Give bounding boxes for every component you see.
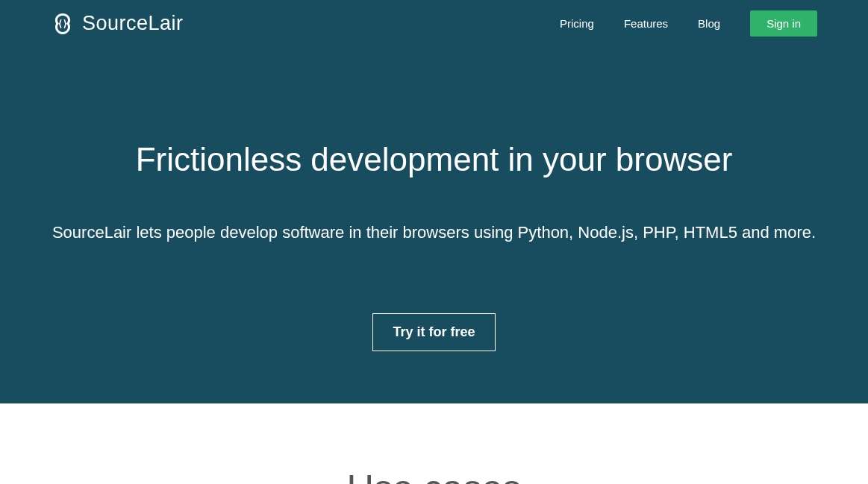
hero-title: Frictionless development in your browser xyxy=(0,141,868,178)
brand-logo-icon xyxy=(51,12,75,36)
hero-section: SourceLair Pricing Features Blog Sign in… xyxy=(0,0,868,403)
usecases-section: Use cases xyxy=(0,403,868,484)
nav-blog[interactable]: Blog xyxy=(698,17,720,30)
usecases-title: Use cases xyxy=(0,467,868,484)
nav-features[interactable]: Features xyxy=(624,17,668,30)
signin-button[interactable]: Sign in xyxy=(750,10,817,37)
try-free-button[interactable]: Try it for free xyxy=(372,313,495,351)
hero-subtitle: SourceLair lets people develop software … xyxy=(0,223,868,242)
nav-pricing[interactable]: Pricing xyxy=(560,17,594,30)
brand-logo-link[interactable]: SourceLair xyxy=(51,12,184,36)
brand-name: SourceLair xyxy=(82,12,184,35)
main-navbar: SourceLair Pricing Features Blog Sign in xyxy=(0,0,868,37)
hero-content: Frictionless development in your browser… xyxy=(0,37,868,351)
nav-links: Pricing Features Blog Sign in xyxy=(560,10,817,37)
